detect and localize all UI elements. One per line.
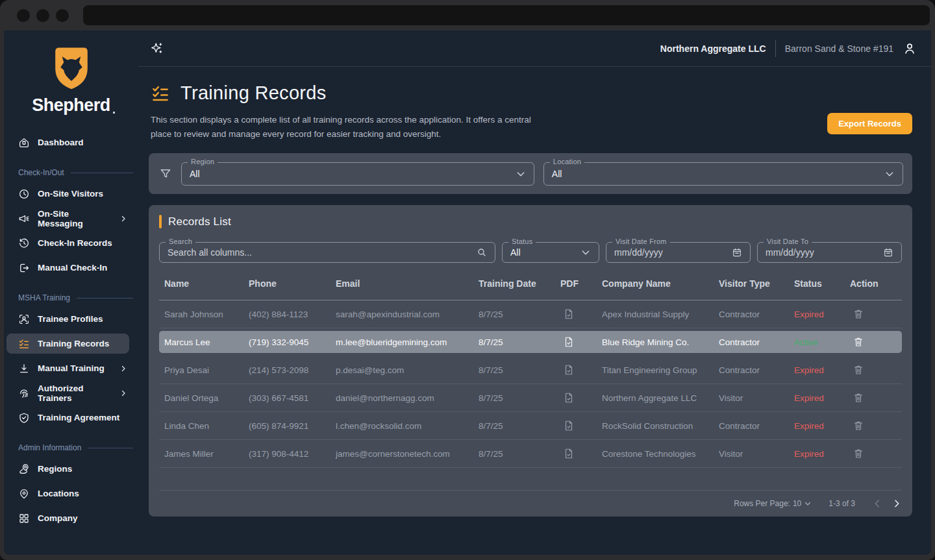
sidebar-item-checkin-records[interactable]: Check-In Records [4,233,138,253]
sidebar-item-label: Dashboard [38,138,84,147]
status-badge: Expired [794,365,824,375]
pdf-file-icon[interactable] [563,364,575,376]
sidebar-item-label: Training Agreement [38,413,119,422]
delete-trash-icon[interactable] [853,420,864,432]
table-empty-space [159,468,902,491]
window-minimize-button[interactable] [36,9,49,22]
window-maximize-button[interactable] [56,9,69,22]
address-bar[interactable] [83,5,930,25]
location-select[interactable]: Location All [543,162,903,186]
sidebar-item-label: Manual Training [38,363,105,373]
visit-date-from-field[interactable]: Visit Date From [606,242,751,263]
training-records-icon [151,84,170,103]
delete-trash-icon[interactable] [853,336,864,348]
chevron-down-icon [580,247,591,258]
search-input[interactable] [168,247,477,258]
checkin-exit-icon [18,262,30,274]
app-root: Shepherd Dashboard Check-In/Out On-Site … [4,30,931,555]
visit-date-from-label: Visit Date From [612,237,670,245]
sidebar-item-authorized-trainers[interactable]: Authorized Trainers [4,383,138,403]
sidebar-item-dashboard[interactable]: Dashboard [4,132,138,152]
user-account-icon[interactable] [903,42,917,56]
fingerprint-icon [18,387,30,399]
previous-page-icon[interactable] [872,498,882,509]
sidebar-item-label: Trainee Profiles [38,314,103,324]
sidebar-item-manual-checkin[interactable]: Manual Check-In [4,258,138,278]
sidebar-section-checkinout: Check-In/Out [18,168,138,177]
region-select-value: All [190,169,200,179]
table-row-selected[interactable]: Marcus Lee(719) 332-9045m.lee@blueridgem… [159,331,902,353]
rows-per-page-label: Rows Per Page: [734,499,790,508]
section-accent-bar [159,215,162,228]
status-select-label: Status [508,237,536,245]
download-icon [18,363,30,374]
records-table: Name Phone Email Training Date PDF Compa… [159,267,902,491]
column-header: Status [789,278,845,289]
chevron-right-icon [118,215,129,223]
next-page-icon[interactable] [891,498,902,509]
pdf-file-icon[interactable] [563,308,575,320]
filter-bar: Region All Location All [149,153,912,194]
column-header: Company Name [597,278,714,289]
column-header: Phone [243,278,330,289]
page-title: Training Records [181,82,327,104]
sidebar-item-label: Manual Check-In [38,263,107,273]
visit-date-to-label: Visit Date To [764,237,812,245]
sidebar-item-label: Training Records [38,339,109,348]
sidebar-item-label: Check-In Records [38,238,112,248]
status-badge: Expired [794,449,824,459]
pdf-file-icon[interactable] [563,448,575,459]
table-row[interactable]: Sarah Johnson(402) 884-1123sarah@apexind… [159,300,902,328]
column-header: PDF [555,278,597,289]
pdf-file-icon[interactable] [563,420,575,432]
sidebar-item-label: Authorized Trainers [38,383,110,403]
brand-logo: Shepherd [4,45,138,116]
table-row[interactable]: Daniel Ortega(303) 667-4581daniel@northe… [159,384,902,412]
app-header: Northern Aggregate LLC Barron Sand & Sto… [138,30,931,67]
sidebar-item-onsite-messaging[interactable]: On-Site Messaging [4,208,138,228]
sidebar-item-training-agreement[interactable]: Training Agreement [4,408,138,428]
visit-date-to-field[interactable]: Visit Date To [757,242,902,263]
chevron-down-icon [804,500,812,507]
trainee-badge-icon [18,313,30,325]
column-header: Email [330,278,473,289]
pdf-file-icon[interactable] [563,336,575,348]
sidebar-item-regions[interactable]: Regions [4,459,138,479]
trademark-mark [113,112,115,114]
calendar-icon[interactable] [883,247,893,258]
table-row[interactable]: James Miller(317) 908-4412james@cornerst… [159,440,902,468]
search-icon [477,247,487,258]
sidebar-item-company[interactable]: Company [4,508,138,528]
ai-sparkle-icon[interactable] [151,42,164,55]
region-select-label: Region [188,158,218,165]
pdf-file-icon[interactable] [563,392,575,404]
table-row[interactable]: Priya Desai(214) 573-2098p.desai@teg.com… [159,356,902,384]
sidebar-item-onsite-visitors[interactable]: On-Site Visitors [4,184,138,204]
megaphone-icon [18,213,30,225]
rows-per-page-control[interactable]: Rows Per Page: 10 [734,499,812,508]
column-header: Visitor Type [714,278,789,289]
visit-date-from-input[interactable] [614,247,732,258]
sidebar-item-locations[interactable]: Locations [4,483,138,504]
table-row[interactable]: Linda Chen(605) 874-9921l.chen@rocksolid… [159,412,902,440]
sidebar-item-manual-training[interactable]: Manual Training [4,358,138,378]
sidebar-section-msha-training: MSHA Training [18,293,138,302]
search-field-label: Search [166,237,195,245]
region-select[interactable]: Region All [181,162,534,186]
sidebar-item-training-records[interactable]: Training Records [6,334,129,354]
search-field[interactable]: Search [159,242,495,263]
sidebar-item-trainee-profiles[interactable]: Trainee Profiles [4,309,138,329]
chevron-right-icon [118,389,129,397]
page-content: Training Records This section displays a… [138,67,931,555]
header-company-name: Northern Aggregate LLC [660,43,766,54]
visit-date-to-input[interactable] [766,247,883,258]
delete-trash-icon[interactable] [853,448,864,459]
status-select[interactable]: Status All [502,242,599,263]
main-area: Northern Aggregate LLC Barron Sand & Sto… [138,30,931,555]
delete-trash-icon[interactable] [853,392,864,404]
calendar-icon[interactable] [732,247,742,258]
export-records-button[interactable]: Export Records [827,113,912,134]
delete-trash-icon[interactable] [853,364,864,376]
window-close-button[interactable] [17,9,30,22]
delete-trash-icon[interactable] [853,308,864,320]
